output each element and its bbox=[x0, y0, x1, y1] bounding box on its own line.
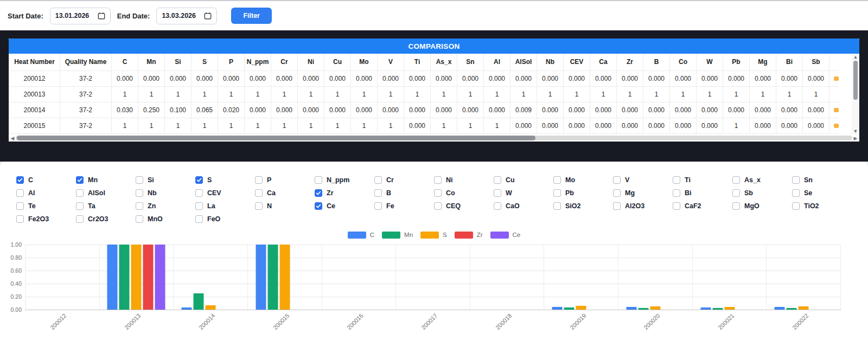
checkbox-item-TiO2[interactable]: TiO2 bbox=[792, 202, 852, 210]
unchecked-checkbox-Ca[interactable] bbox=[255, 189, 263, 197]
unchecked-checkbox-Si[interactable] bbox=[136, 176, 143, 184]
checkbox-item-Zn[interactable]: Zn bbox=[136, 202, 195, 210]
end-date-field[interactable] bbox=[156, 8, 217, 24]
unchecked-checkbox-Ti[interactable] bbox=[673, 176, 680, 184]
unchecked-checkbox-CEV[interactable] bbox=[195, 189, 203, 197]
checkbox-item-Fe[interactable]: Fe bbox=[374, 202, 434, 210]
unchecked-checkbox-FeO[interactable] bbox=[195, 215, 203, 223]
checkbox-item-Ce[interactable]: Ce bbox=[315, 202, 374, 210]
unchecked-checkbox-As_x[interactable] bbox=[732, 176, 740, 184]
unchecked-checkbox-Cu[interactable] bbox=[494, 176, 501, 184]
unchecked-checkbox-W[interactable] bbox=[494, 189, 501, 197]
legend-item-Zr[interactable]: Zr bbox=[455, 232, 483, 239]
checkbox-item-Mg[interactable]: Mg bbox=[613, 189, 673, 197]
checkbox-item-MgO[interactable]: MgO bbox=[732, 202, 792, 210]
checkbox-item-Sb[interactable]: Sb bbox=[732, 189, 792, 197]
checkbox-item-S[interactable]: S bbox=[195, 176, 255, 184]
filter-button[interactable]: Filter bbox=[231, 8, 272, 24]
horizontal-scrollbar-thumb[interactable] bbox=[17, 136, 535, 140]
checkbox-item-Mo[interactable]: Mo bbox=[553, 176, 613, 184]
checkbox-item-W[interactable]: W bbox=[494, 189, 553, 197]
horizontal-scrollbar[interactable]: ◀ ▶ bbox=[9, 134, 859, 142]
checkbox-item-Fe2O3[interactable]: Fe2O3 bbox=[16, 215, 76, 223]
checked-checkbox-Mn[interactable] bbox=[76, 176, 84, 184]
unchecked-checkbox-Sn[interactable] bbox=[792, 176, 800, 184]
unchecked-checkbox-CaO[interactable] bbox=[494, 202, 501, 210]
vertical-scrollbar-thumb[interactable] bbox=[853, 61, 858, 100]
checkbox-item-B[interactable]: B bbox=[374, 189, 434, 197]
unchecked-checkbox-Te[interactable] bbox=[16, 202, 24, 210]
checkbox-item-CEV[interactable]: CEV bbox=[195, 189, 255, 197]
unchecked-checkbox-MgO[interactable] bbox=[732, 202, 740, 210]
unchecked-checkbox-Nb[interactable] bbox=[136, 189, 143, 197]
checkbox-item-N[interactable]: N bbox=[255, 202, 315, 210]
start-date-input[interactable] bbox=[55, 12, 98, 20]
unchecked-checkbox-Ni[interactable] bbox=[434, 176, 442, 184]
unchecked-checkbox-Bi[interactable] bbox=[673, 189, 680, 197]
unchecked-checkbox-Cr2O3[interactable] bbox=[76, 215, 84, 223]
checkbox-item-Ni[interactable]: Ni bbox=[434, 176, 494, 184]
checked-checkbox-C[interactable] bbox=[16, 176, 24, 184]
vertical-scrollbar[interactable]: ▲ ▼ bbox=[852, 54, 859, 134]
checkbox-item-Ca[interactable]: Ca bbox=[255, 189, 315, 197]
comparison-table-viewport[interactable]: Heat NumberQuality NameCMnSiSPN_ppmCrNiC… bbox=[9, 54, 852, 134]
unchecked-checkbox-Zn[interactable] bbox=[136, 202, 143, 210]
checkbox-item-N_ppm[interactable]: N_ppm bbox=[315, 176, 374, 184]
unchecked-checkbox-Fe2O3[interactable] bbox=[16, 215, 24, 223]
checkbox-item-AlSol[interactable]: AlSol bbox=[76, 189, 136, 197]
checkbox-item-Pb[interactable]: Pb bbox=[553, 189, 613, 197]
checkbox-item-Al[interactable]: Al bbox=[16, 189, 76, 197]
checkbox-item-Co[interactable]: Co bbox=[434, 189, 494, 197]
unchecked-checkbox-Se[interactable] bbox=[792, 189, 800, 197]
unchecked-checkbox-Mg[interactable] bbox=[613, 189, 621, 197]
scroll-left-icon[interactable]: ◀ bbox=[9, 136, 16, 141]
checkbox-item-Se[interactable]: Se bbox=[792, 189, 852, 197]
checkbox-item-V[interactable]: V bbox=[613, 176, 673, 184]
unchecked-checkbox-Al2O3[interactable] bbox=[613, 202, 621, 210]
scroll-up-icon[interactable]: ▲ bbox=[853, 54, 858, 60]
unchecked-checkbox-Ta[interactable] bbox=[76, 202, 84, 210]
checkbox-item-CaF2[interactable]: CaF2 bbox=[673, 202, 732, 210]
checkbox-item-MnO[interactable]: MnO bbox=[136, 215, 195, 223]
checkbox-item-Sn[interactable]: Sn bbox=[792, 176, 852, 184]
checkbox-item-CEQ[interactable]: CEQ bbox=[434, 202, 494, 210]
checkbox-item-FeO[interactable]: FeO bbox=[195, 215, 255, 223]
unchecked-checkbox-V[interactable] bbox=[613, 176, 621, 184]
checkbox-item-Nb[interactable]: Nb bbox=[136, 189, 195, 197]
unchecked-checkbox-Mo[interactable] bbox=[553, 176, 561, 184]
checked-checkbox-S[interactable] bbox=[195, 176, 203, 184]
checkbox-item-P[interactable]: P bbox=[255, 176, 315, 184]
checkbox-item-As_x[interactable]: As_x bbox=[732, 176, 792, 184]
unchecked-checkbox-Al[interactable] bbox=[16, 189, 24, 197]
checkbox-item-Cr[interactable]: Cr bbox=[374, 176, 434, 184]
calendar-icon[interactable] bbox=[98, 12, 105, 20]
checkbox-item-Ti[interactable]: Ti bbox=[673, 176, 732, 184]
unchecked-checkbox-N_ppm[interactable] bbox=[315, 176, 322, 184]
checkbox-item-Al2O3[interactable]: Al2O3 bbox=[613, 202, 673, 210]
checkbox-item-CaO[interactable]: CaO bbox=[494, 202, 553, 210]
unchecked-checkbox-Fe[interactable] bbox=[374, 202, 382, 210]
unchecked-checkbox-La[interactable] bbox=[195, 202, 203, 210]
checkbox-item-Bi[interactable]: Bi bbox=[673, 189, 732, 197]
legend-item-C[interactable]: C bbox=[348, 232, 374, 239]
unchecked-checkbox-TiO2[interactable] bbox=[792, 202, 800, 210]
unchecked-checkbox-Pb[interactable] bbox=[553, 189, 561, 197]
checkbox-item-Si[interactable]: Si bbox=[136, 176, 195, 184]
unchecked-checkbox-N[interactable] bbox=[255, 202, 263, 210]
legend-item-S[interactable]: S bbox=[420, 232, 447, 239]
unchecked-checkbox-SiO2[interactable] bbox=[553, 202, 561, 210]
checkbox-item-Cr2O3[interactable]: Cr2O3 bbox=[76, 215, 136, 223]
end-date-input[interactable] bbox=[162, 12, 204, 20]
checkbox-item-Zr[interactable]: Zr bbox=[315, 189, 374, 197]
checked-checkbox-Zr[interactable] bbox=[315, 189, 322, 197]
unchecked-checkbox-Cr[interactable] bbox=[374, 176, 382, 184]
unchecked-checkbox-Co[interactable] bbox=[434, 189, 442, 197]
unchecked-checkbox-P[interactable] bbox=[255, 176, 263, 184]
legend-item-Mn[interactable]: Mn bbox=[382, 232, 413, 239]
checkbox-item-Ta[interactable]: Ta bbox=[76, 202, 136, 210]
checkbox-item-C[interactable]: C bbox=[16, 176, 76, 184]
scroll-right-icon[interactable]: ▶ bbox=[852, 136, 859, 141]
scroll-down-icon[interactable]: ▼ bbox=[853, 129, 858, 134]
unchecked-checkbox-Sb[interactable] bbox=[732, 189, 740, 197]
unchecked-checkbox-MnO[interactable] bbox=[136, 215, 143, 223]
